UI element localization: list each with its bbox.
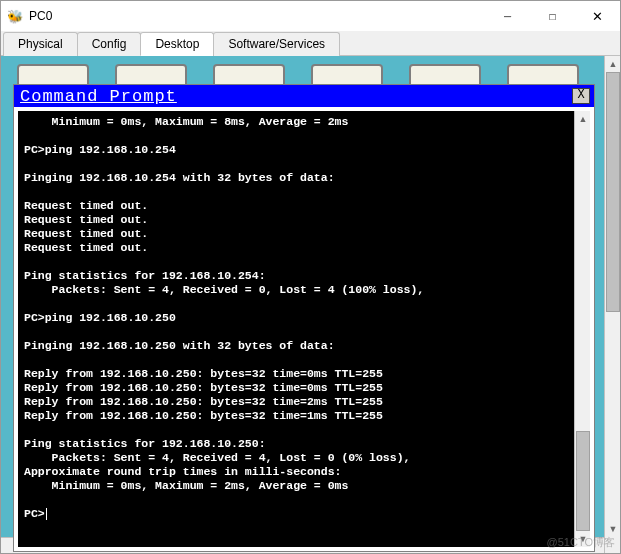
watermark: @51CTO博客 xyxy=(547,535,615,550)
close-button[interactable]: ✕ xyxy=(575,1,620,31)
command-prompt-close-button[interactable]: X xyxy=(572,88,590,104)
app-window: 🐝 PC0 ─ □ ✕ Physical Config Desktop Soft… xyxy=(0,0,621,554)
scroll-up-icon[interactable]: ▲ xyxy=(605,56,620,72)
terminal-cursor xyxy=(46,508,47,520)
tab-config[interactable]: Config xyxy=(77,32,142,56)
command-prompt-vscrollbar[interactable]: ▲ ▼ xyxy=(574,111,590,547)
scroll-up-icon[interactable]: ▲ xyxy=(575,111,591,127)
tab-software-services[interactable]: Software/Services xyxy=(213,32,340,56)
command-prompt-titlebar[interactable]: Command Prompt X xyxy=(14,85,594,107)
window-title: PC0 xyxy=(29,9,52,23)
minimize-icon: ─ xyxy=(504,11,511,22)
tabstrip: Physical Config Desktop Software/Service… xyxy=(1,31,620,56)
desktop-area: ▲ ▼ Command Prompt X Minimum = 0ms, Maxi… xyxy=(1,56,620,553)
maximize-button[interactable]: □ xyxy=(530,1,575,31)
command-prompt-terminal[interactable]: Minimum = 0ms, Maximum = 8ms, Average = … xyxy=(18,111,574,547)
maximize-icon: □ xyxy=(549,11,555,22)
minimize-button[interactable]: ─ xyxy=(485,1,530,31)
command-prompt-window: Command Prompt X Minimum = 0ms, Maximum … xyxy=(13,84,595,552)
app-icon: 🐝 xyxy=(7,8,23,24)
tab-desktop[interactable]: Desktop xyxy=(140,32,214,56)
command-prompt-title: Command Prompt xyxy=(20,87,177,106)
command-prompt-body-wrap: Minimum = 0ms, Maximum = 8ms, Average = … xyxy=(14,107,594,551)
close-icon: ✕ xyxy=(592,9,603,24)
scroll-thumb[interactable] xyxy=(606,72,620,312)
tab-physical[interactable]: Physical xyxy=(3,32,78,56)
desktop-vscrollbar[interactable]: ▲ ▼ xyxy=(604,56,620,553)
scroll-thumb[interactable] xyxy=(576,431,590,531)
titlebar: 🐝 PC0 ─ □ ✕ xyxy=(1,1,620,31)
